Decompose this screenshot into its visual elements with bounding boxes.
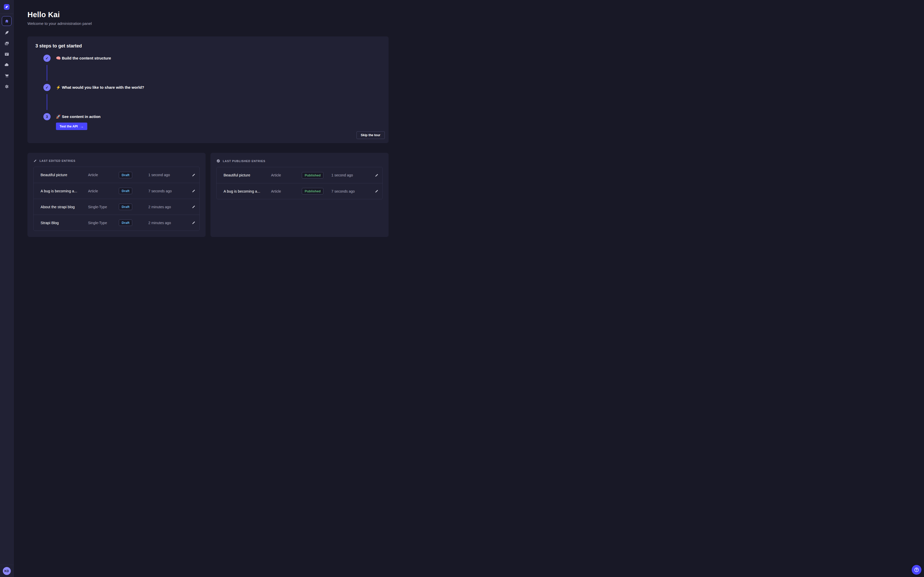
last-edited-entries-widget: LAST EDITED ENTRIES Beautiful picture Ar… [27, 153, 205, 237]
step-check-bullet: ✓ [44, 55, 50, 62]
entry-title: About the strapi blog [40, 205, 88, 209]
last-published-title: LAST PUBLISHED ENTRIES [223, 160, 265, 163]
last-published-header: LAST PUBLISHED ENTRIES [216, 159, 383, 163]
step-build-content-structure: ✓ 🧠 Build the content structure [36, 55, 385, 84]
sidebar-item-settings[interactable] [2, 81, 12, 92]
entry-time: 2 minutes ago [149, 221, 187, 225]
images-icon [4, 41, 9, 46]
entry-type: Article [271, 173, 302, 177]
table-row[interactable]: Strapi Blog Single-Type Draft 2 minutes … [34, 214, 199, 230]
strapi-logo-glyph [5, 5, 8, 9]
entry-status: Draft [119, 188, 149, 194]
status-badge: Draft [119, 204, 132, 210]
last-published-entries-widget: LAST PUBLISHED ENTRIES Beautiful picture… [210, 153, 389, 237]
sidebar-item-marketplace[interactable] [2, 71, 12, 81]
arrow-right-icon: → [80, 125, 84, 128]
check-circle-icon [216, 159, 220, 163]
home-icon [4, 19, 9, 24]
last-edited-header: LAST EDITED ENTRIES [33, 159, 200, 163]
edit-entry-button[interactable] [374, 172, 380, 178]
status-badge: Draft [119, 188, 132, 194]
skip-the-tour-button[interactable]: Skip the tour [357, 131, 385, 139]
entry-type: Single-Type [88, 221, 119, 225]
pencil-icon [192, 205, 195, 209]
sidebar-item-content-type-builder[interactable] [2, 27, 12, 38]
step-check-bullet: ✓ [44, 84, 50, 91]
widgets-row: LAST EDITED ENTRIES Beautiful picture Ar… [27, 153, 389, 237]
status-badge: Published [302, 172, 323, 179]
step-label: 🚀 See content in action [56, 113, 385, 120]
main-content: Hello Kai Welcome to your administration… [14, 0, 402, 237]
table-row[interactable]: A bug is becoming a... Article Published… [216, 183, 383, 199]
sidebar-item-home[interactable] [2, 16, 11, 26]
entry-type: Single-Type [88, 205, 119, 209]
step-share-with-world: ✓ ⚡ What would you like to share with th… [36, 84, 385, 113]
status-badge: Draft [119, 219, 132, 226]
layout-icon [4, 52, 9, 57]
page-title: Hello Kai [27, 11, 389, 19]
guided-tour-steps: ✓ 🧠 Build the content structure ✓ ⚡ What… [36, 55, 385, 130]
edit-entry-button[interactable] [374, 188, 380, 194]
sidebar: KD [0, 0, 14, 251]
entry-status: Published [302, 188, 331, 194]
entry-title: A bug is becoming a... [224, 189, 271, 193]
entry-status: Draft [119, 204, 149, 210]
entry-time: 2 minutes ago [149, 205, 187, 209]
last-edited-title: LAST EDITED ENTRIES [40, 159, 76, 162]
entry-title: A bug is becoming a... [40, 189, 88, 193]
entry-status: Draft [119, 172, 149, 178]
pencil-icon [375, 173, 379, 177]
edit-entry-button[interactable] [191, 204, 197, 210]
entry-status: Published [302, 172, 331, 179]
guided-tour-card: 3 steps to get started ✓ 🧠 Build the con… [27, 36, 389, 143]
status-badge: Published [302, 188, 323, 194]
guided-tour-title: 3 steps to get started [36, 44, 385, 49]
entry-time: 7 seconds ago [149, 189, 187, 193]
page-header: Hello Kai Welcome to your administration… [27, 0, 389, 26]
entry-time: 7 seconds ago [331, 189, 371, 193]
entry-time: 1 second ago [331, 173, 371, 177]
edit-entry-button[interactable] [191, 188, 197, 194]
step-label: 🧠 Build the content structure [56, 55, 385, 62]
step-see-content-in-action: 3 🚀 See content in action Test the API → [36, 113, 385, 130]
step-number-bullet: 3 [44, 113, 50, 120]
pencil-icon [192, 189, 195, 193]
entry-title: Beautiful picture [40, 173, 88, 177]
gear-icon [4, 84, 9, 89]
pencil-icon [192, 173, 195, 177]
sidebar-nav [2, 27, 12, 92]
entry-time: 1 second ago [149, 173, 187, 177]
step-label: ⚡ What would you like to share with the … [56, 84, 385, 91]
test-the-api-button[interactable]: Test the API → [56, 122, 87, 130]
table-row[interactable]: Beautiful picture Article Draft 1 second… [34, 167, 199, 183]
entry-type: Article [88, 189, 119, 193]
entry-title: Beautiful picture [224, 173, 271, 177]
sidebar-item-content-manager[interactable] [2, 49, 12, 59]
edit-entry-button[interactable] [191, 172, 197, 178]
pencil-icon [192, 221, 195, 225]
entry-type: Article [271, 189, 302, 193]
last-edited-table: Beautiful picture Article Draft 1 second… [33, 167, 200, 231]
entry-status: Draft [119, 219, 149, 226]
table-row[interactable]: About the strapi blog Single-Type Draft … [34, 199, 199, 214]
entry-type: Article [88, 173, 119, 177]
status-badge: Draft [119, 172, 132, 178]
test-the-api-label: Test the API [60, 125, 78, 128]
pencil-icon [375, 189, 379, 193]
feather-icon [4, 30, 9, 35]
strapi-logo[interactable] [4, 4, 10, 10]
last-published-table: Beautiful picture Article Published 1 se… [216, 167, 383, 199]
table-row[interactable]: A bug is becoming a... Article Draft 7 s… [34, 183, 199, 199]
sidebar-item-cloud[interactable] [2, 60, 12, 70]
page-subtitle: Welcome to your administration panel [27, 21, 389, 26]
edit-entry-button[interactable] [191, 220, 197, 226]
pencil-icon [33, 159, 37, 163]
table-row[interactable]: Beautiful picture Article Published 1 se… [216, 167, 383, 183]
sidebar-item-media-library[interactable] [2, 38, 12, 48]
entry-title: Strapi Blog [40, 221, 88, 225]
cloud-icon [4, 62, 9, 68]
cart-icon [4, 73, 9, 78]
